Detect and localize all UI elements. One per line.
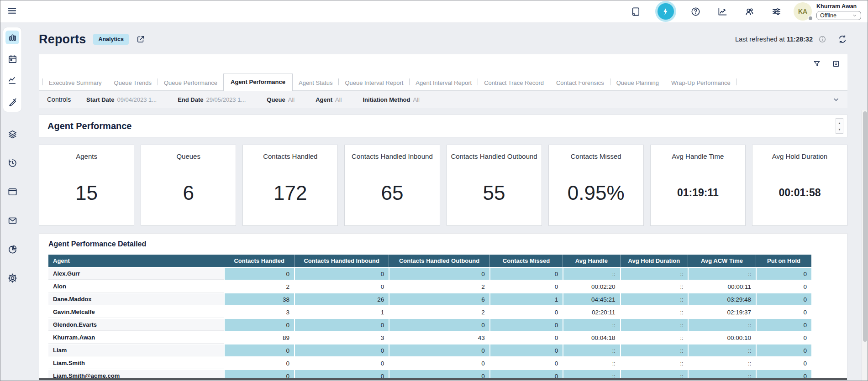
filter-end-date[interactable]: End Date29/05/2023 1... [178, 96, 246, 103]
metric-cell: 0 [489, 306, 563, 318]
report-panel: Executive SummaryQueue TrendsQueue Perfo… [39, 54, 847, 108]
metric-cell: 1 [489, 293, 563, 305]
tab-contact-forensics[interactable]: Contact Forensics [550, 75, 610, 90]
column-header-avg-handle[interactable]: Avg Handle [563, 255, 620, 267]
metric-cell: 0 [224, 357, 294, 369]
column-header-contacts-handled[interactable]: Contacts Handled [224, 255, 294, 267]
sidebar-item-mail[interactable] [5, 214, 19, 227]
metric-cell: 0 [756, 357, 811, 369]
metric-cell: 6 [389, 293, 489, 305]
agent-name-cell: Glendon.Evarts [48, 319, 224, 331]
status-select[interactable]: Offline [816, 11, 861, 20]
column-header-avg-acw-time[interactable]: Avg ACW Time [688, 255, 756, 267]
metric-cell: 43 [389, 332, 489, 344]
tab-queue-planning[interactable]: Queue Planning [610, 75, 665, 90]
vertical-scrollbar[interactable] [862, 110, 868, 381]
chevron-down-icon [852, 13, 857, 18]
controls-filters: Start Date09/04/2023 1...End Date29/05/2… [86, 96, 420, 103]
metric-cell: :: [563, 268, 620, 280]
design-brush-icon [7, 97, 18, 107]
filter-queue[interactable]: QueueAll [267, 96, 295, 103]
filter-value: All [288, 96, 295, 103]
vertical-scrollbar-thumb[interactable] [863, 111, 867, 342]
kpi-value: 55 [483, 160, 505, 225]
filter-agent[interactable]: AgentAll [316, 96, 342, 103]
sidebar-item-gear[interactable] [5, 271, 19, 285]
table-title: Agent Performance Detailed [48, 240, 838, 248]
tab-queue-interval-report[interactable]: Queue Interval Report [339, 75, 409, 90]
agent-name-cell: Liam.Smith [48, 357, 224, 369]
tab-wrap-up-performance[interactable]: Wrap-Up Performance [665, 75, 736, 90]
metric-cell: :: [620, 332, 688, 344]
tab-agent-status[interactable]: Agent Status [293, 75, 338, 90]
metric-cell: 04:45:21 [563, 293, 620, 305]
metric-cell: 02:20:11 [563, 306, 620, 318]
metric-cell: 2 [389, 306, 489, 318]
table-row-alex-gurr: Alex.Gurr0000::::::0 [48, 268, 811, 280]
refresh-button[interactable] [837, 34, 847, 44]
sidebar-item-design-brush[interactable] [5, 95, 19, 109]
sidebar-item-window[interactable] [5, 185, 19, 198]
filter-start-date[interactable]: Start Date09/04/2023 1... [86, 96, 157, 103]
metric-cell: :: [620, 293, 688, 305]
metric-cell: 0 [489, 344, 563, 356]
kpi-value: 0.95% [568, 160, 625, 225]
spinner-up-icon: ▲ [838, 121, 841, 125]
section-bar: Agent Performance ▲▼ [39, 115, 847, 137]
agents-button[interactable] [744, 6, 755, 17]
controls-bar: Controls Start Date09/04/2023 1...End Da… [39, 91, 847, 108]
tab-contract-trace-record[interactable]: Contract Trace Record [478, 75, 550, 90]
filter-value: All [335, 96, 342, 103]
filter-value: 29/05/2023 1... [206, 96, 246, 103]
filter-button[interactable] [813, 60, 821, 68]
sidebar-item-history[interactable] [5, 156, 19, 170]
avatar[interactable]: KA [794, 2, 812, 21]
tab-agent-performance[interactable]: Agent Performance [223, 73, 293, 91]
tab-queue-performance[interactable]: Queue Performance [158, 75, 223, 90]
column-header-agent[interactable]: Agent [48, 255, 224, 267]
column-header-put-on-hold[interactable]: Put on Hold [756, 255, 811, 267]
tab-executive-summary[interactable]: Executive Summary [43, 75, 108, 90]
filter-initiation-method[interactable]: Initiation MethodAll [363, 96, 419, 103]
section-spinner[interactable]: ▲▼ [836, 118, 843, 134]
sidebar-item-bar-chart[interactable] [5, 31, 19, 44]
note-button[interactable] [631, 6, 641, 17]
download-button[interactable] [832, 60, 840, 68]
lightning-button[interactable] [658, 3, 674, 20]
column-header-contacts-missed[interactable]: Contacts Missed [489, 255, 563, 267]
kpi-card-agents: Agents15 [39, 145, 134, 226]
column-header-contacts-handled-outbound[interactable]: Contacts Handled Outbound [389, 255, 489, 267]
kpi-label: Contacts Handled [263, 152, 317, 160]
topbar: KA Khurram Awan Offline [0, 0, 868, 22]
sidebar-item-calendar[interactable] [5, 52, 19, 66]
info-icon[interactable] [818, 35, 826, 43]
column-header-contacts-handled-inbound[interactable]: Contacts Handled Inbound [294, 255, 389, 267]
layers-icon [7, 129, 18, 140]
agents-icon [744, 6, 755, 17]
metric-cell: 0 [756, 281, 811, 292]
analytics-button[interactable] [717, 6, 728, 17]
hamburger-menu-button[interactable] [6, 5, 18, 17]
sidebar [0, 22, 24, 381]
settings-sliders-button[interactable] [771, 6, 782, 17]
kpi-label: Contacts Handled Inbound [352, 152, 433, 160]
kpi-card-contacts-missed: Contacts Missed0.95% [548, 145, 644, 226]
help-icon [690, 6, 701, 17]
external-link-icon[interactable] [136, 35, 145, 44]
controls-collapse-chevron[interactable] [832, 95, 840, 104]
tab-agent-interval-report[interactable]: Agent Interval Report [410, 75, 478, 90]
horizontal-scrollbar[interactable] [39, 378, 847, 380]
metric-cell: 2 [224, 281, 294, 292]
sidebar-item-pie-chart[interactable] [5, 242, 19, 256]
column-header-avg-hold-duration[interactable]: Avg Hold Duration [620, 255, 688, 267]
metric-cell: 00:00:11 [688, 281, 756, 292]
sidebar-item-layers[interactable] [5, 127, 19, 141]
agent-name-cell: Alex.Gurr [48, 268, 224, 280]
metric-cell: 0 [489, 281, 563, 292]
sidebar-item-line-chart[interactable] [5, 73, 19, 87]
metric-cell: :: [563, 344, 620, 356]
metric-cell: :: [620, 306, 688, 318]
metric-cell: 0 [389, 344, 489, 356]
tab-queue-trends[interactable]: Queue Trends [108, 75, 158, 90]
help-button[interactable] [690, 6, 701, 17]
